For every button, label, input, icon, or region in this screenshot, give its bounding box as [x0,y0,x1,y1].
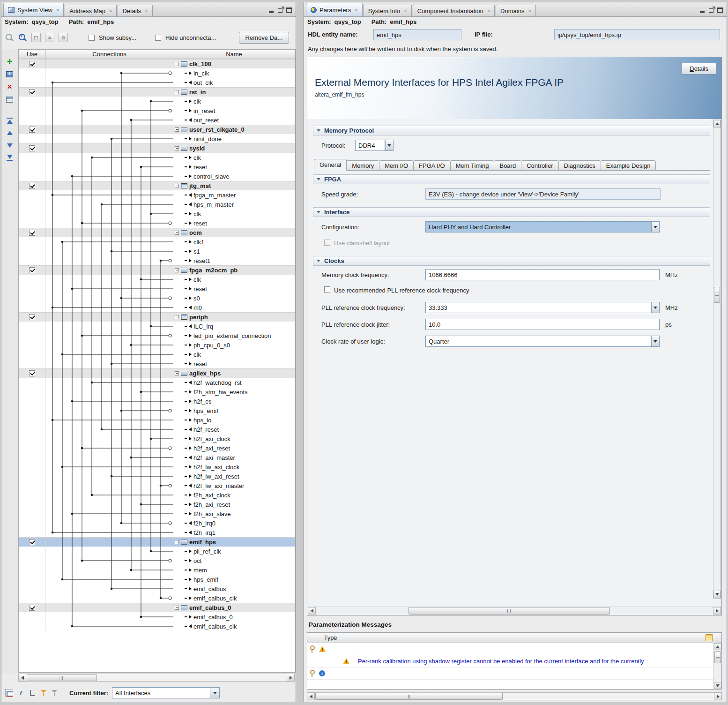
remove-icon[interactable]: × [5,82,15,92]
close-icon[interactable]: × [487,8,490,14]
maximize-icon[interactable] [717,8,723,13]
float-icon[interactable] [278,8,282,13]
tree-port-row[interactable]: in_reset [19,106,295,115]
param-combo-value[interactable]: 33.333 [425,302,651,313]
tree-port-row[interactable]: pb_cpu_0_s0 [19,340,295,350]
tree-port-row[interactable]: s0 [19,293,295,303]
use-checkbox[interactable] [29,183,35,189]
expander-icon[interactable] [175,315,179,319]
float-icon[interactable] [709,8,713,13]
tree-port-row[interactable]: h2f_watchdog_rst [19,378,295,387]
scrollbar-thumb[interactable] [27,674,97,681]
tree-port-row[interactable]: f2h_irq1 [19,528,295,537]
tree-port-row[interactable]: hps_emif [19,575,295,584]
tree-port-row[interactable]: h2f_reset [19,425,295,434]
tree-port-row[interactable]: clk [19,275,295,284]
use-checkbox[interactable] [29,145,35,151]
tab-details[interactable]: Details× [118,5,152,16]
param-combo-value[interactable]: Quarter [425,336,651,347]
expander-icon[interactable] [175,268,179,272]
tree-port-row[interactable]: m0 [19,303,295,312]
tree-port-row[interactable]: clk [19,153,295,162]
maximize-icon[interactable] [286,8,292,13]
add-icon[interactable]: + [5,56,15,67]
tree-component-row[interactable]: fpga_m2ocm_pb [19,265,295,275]
tree-port-row[interactable]: out_reset [19,115,295,125]
tree-port-row[interactable]: f2h_axi_clock [19,490,295,500]
tree-component-row[interactable]: ocm [19,228,295,237]
scroll-right-icon[interactable] [287,674,295,682]
signal-sort-icon[interactable]: f [17,689,25,697]
tree-port-row[interactable]: emif_calbus_clk [19,622,295,631]
tree-port-row[interactable]: f2h_stm_hw_events [19,387,295,397]
tab-domains[interactable]: Domains× [496,5,536,16]
expander-icon[interactable] [175,62,179,66]
tree-port-row[interactable]: reset [19,218,295,228]
expander-icon[interactable] [175,90,179,94]
scrollbar-thumb[interactable] [714,287,720,303]
remove-dangling-button[interactable]: Remove Da... [239,32,289,44]
tree-port-row[interactable]: h2f_axi_reset [19,443,295,453]
use-checkbox[interactable] [29,370,35,376]
scrollbar-thumb[interactable] [315,693,503,700]
zoom-in-icon[interactable]: + [18,33,27,42]
expand-view-icon[interactable] [45,33,54,42]
tab-parameters[interactable]: Parameters× [306,3,363,16]
move-top-icon[interactable] [5,115,15,125]
pan-icon[interactable] [59,33,68,42]
filter-edit-icon[interactable] [5,94,15,105]
tree-component-row[interactable]: agilex_hps [19,368,295,378]
tree-component-row[interactable]: emif_hps [19,537,295,547]
use-checkbox[interactable] [29,267,35,273]
tab-system-info[interactable]: System Info× [364,5,412,16]
parameters-vertical-scrollbar[interactable] [713,120,721,599]
tree-port-row[interactable]: emif_calbus_0 [19,612,295,622]
ip-file-field[interactable]: ip/qsys_top/emif_hps.ip [554,29,720,40]
expander-icon[interactable] [175,371,179,375]
tree-port-row[interactable]: h2f_axi_master [19,453,295,462]
close-icon[interactable]: × [404,8,407,14]
tree-port-row[interactable]: oct [19,556,295,565]
scroll-up-icon[interactable] [714,643,721,650]
scroll-left-icon[interactable] [18,674,26,682]
close-icon[interactable]: × [109,8,112,14]
scrollbar-thumb[interactable] [714,651,721,663]
scrollbar-thumb[interactable] [409,607,610,615]
param-tab-general[interactable]: General [314,159,347,171]
messages-vertical-scrollbar[interactable] [713,643,721,689]
message-row[interactable]: Per-rank calibration using shadow regist… [307,655,713,668]
close-icon[interactable]: × [145,8,148,14]
filter-clear-icon[interactable] [51,690,58,697]
filter-icon[interactable] [40,690,47,697]
tree-component-row[interactable]: periph [19,312,295,322]
tree-port-row[interactable]: h2f_axi_clock [19,434,295,443]
tree-component-row[interactable]: user_rst_clkgate_0 [19,125,295,134]
use-checkbox[interactable] [29,539,35,545]
expander-icon[interactable] [175,128,179,132]
move-bottom-icon[interactable] [5,153,15,163]
move-down-icon[interactable] [5,140,15,150]
tab-component-instantiation[interactable]: Component Instantiation× [413,5,495,16]
expander-icon[interactable] [175,606,179,610]
scroll-right-icon[interactable] [714,692,722,700]
expander-icon[interactable] [175,540,179,544]
tree-port-row[interactable]: clk1 [19,237,295,247]
parameters-horizontal-scrollbar[interactable] [308,607,721,615]
expander-icon[interactable] [175,231,179,235]
tree-port-row[interactable]: f2h_irq0 [19,518,295,528]
hdl-entity-field[interactable]: emif_hps [373,29,461,40]
tree-port-row[interactable]: reset [19,359,295,368]
tree-port-row[interactable]: hps_io [19,415,295,425]
tree-component-row[interactable]: clk_100 [19,59,295,68]
tree-port-row[interactable]: h2f_lw_axi_clock [19,462,295,472]
tree-port-row[interactable]: s1 [19,247,295,256]
tree-component-row[interactable]: sysid [19,143,295,153]
messages-horizontal-scrollbar[interactable] [307,692,722,700]
tree-port-row[interactable]: hps_m_master [19,200,295,209]
combo-arrow-icon[interactable] [651,336,660,347]
tree-port-row[interactable]: ILC_irq [19,322,295,331]
scroll-left-icon[interactable] [307,692,315,700]
column-type[interactable]: Type [307,633,354,643]
add-component-icon[interactable]: + [5,69,15,79]
tree-port-row[interactable]: fpga_m_master [19,190,295,200]
